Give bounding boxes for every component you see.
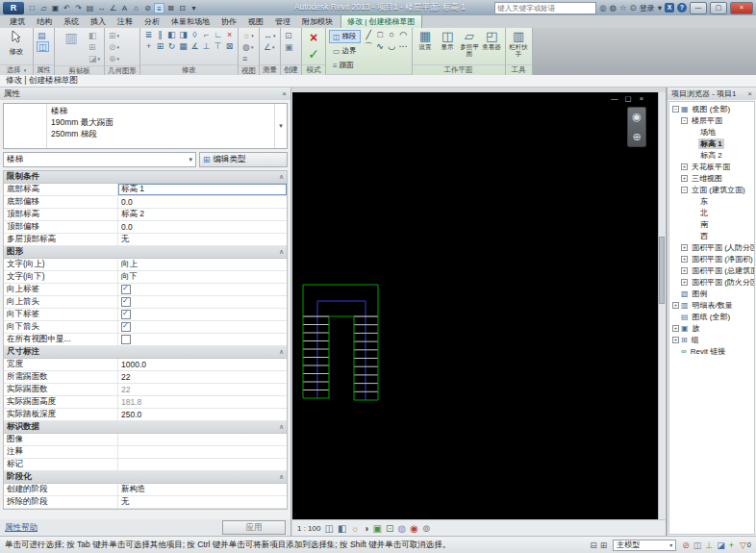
zoom-icon[interactable]: ⊕ <box>631 131 643 143</box>
tree-item[interactable]: +面积平面 (防火分区面积) <box>669 276 754 288</box>
draw-arc-icon[interactable]: ◠ <box>398 30 409 40</box>
mirror-draw-icon[interactable]: ◨ <box>178 30 189 40</box>
tree-item[interactable]: +⊞组 <box>669 334 754 345</box>
tree-item-label[interactable]: 面积平面 (总建筑面积) <box>690 265 754 276</box>
draw-center-arc-icon[interactable]: ⌒ <box>364 41 374 52</box>
tree-item[interactable]: ▤图纸 (全部) <box>669 311 754 322</box>
ribbon-tab[interactable]: 视图 <box>242 15 269 28</box>
redo-icon[interactable]: ↷ <box>73 3 84 13</box>
delete-icon[interactable]: × <box>224 30 235 40</box>
tree-item-label[interactable]: 北 <box>698 208 710 218</box>
tree-item-label[interactable]: 图纸 (全部) <box>691 312 733 322</box>
offset-icon[interactable]: ∥ <box>155 30 165 40</box>
shadows-icon[interactable]: ◑ <box>364 521 369 536</box>
tree-item[interactable]: +天花板平面 <box>669 161 754 172</box>
ribbon-tab[interactable]: 附加模块 <box>296 15 339 28</box>
checkbox-icon[interactable] <box>121 285 131 294</box>
edit-type-button[interactable]: ⊞ 编辑类型 <box>199 152 288 167</box>
reveal-hidden-elements-icon[interactable]: ◉ <box>410 521 418 536</box>
cut-icon[interactable]: ◧ <box>88 30 101 40</box>
thin-lines-icon[interactable]: ≡ <box>154 3 164 13</box>
ribbon-panel-label[interactable]: 修改 <box>140 64 238 75</box>
text-icon[interactable]: A <box>119 3 130 13</box>
copy-element-icon[interactable]: ⊞ <box>155 41 165 52</box>
design-options-icon[interactable]: ⊞ <box>600 540 608 550</box>
tree-item-label[interactable]: 三维视图 <box>690 173 724 184</box>
section-icon[interactable]: ⊘ <box>142 3 153 13</box>
ribbon-tab[interactable]: 协作 <box>215 15 242 28</box>
hide-elements-icon-dropdown[interactable]: ▾ <box>251 31 254 40</box>
boundary-mode-button[interactable]: ▭边界 <box>329 44 361 58</box>
canvas-close-button[interactable]: × <box>637 94 646 103</box>
show-crop-region-icon[interactable]: ⊡ <box>386 521 393 536</box>
switch-windows-icon[interactable]: ⊡ <box>177 3 188 13</box>
close-button[interactable]: × <box>730 2 753 14</box>
close-hidden-windows-icon[interactable]: ⊠ <box>165 3 176 13</box>
properties-help-link[interactable]: 属性帮助 <box>5 522 38 534</box>
tree-item-label[interactable]: 天花板平面 <box>690 162 732 172</box>
expand-icon[interactable]: + <box>681 244 688 251</box>
property-value[interactable]: 标高 1 <box>118 184 287 195</box>
property-value[interactable]: 0.0 <box>118 196 287 208</box>
expand-icon[interactable]: − <box>681 117 688 124</box>
save-icon[interactable]: ▣ <box>50 3 61 13</box>
property-value[interactable] <box>118 434 287 445</box>
tree-item[interactable]: −立面 (建筑立面) <box>669 184 754 195</box>
canvas-minimize-button[interactable]: — <box>610 94 619 103</box>
mirror-axis-icon[interactable]: ◧ <box>166 30 177 40</box>
rotate-icon[interactable]: ↻ <box>166 41 177 52</box>
project-browser-close-icon[interactable]: × <box>747 89 752 98</box>
checkbox-icon[interactable] <box>121 335 131 344</box>
exchange-apps-icon[interactable]: X <box>665 3 674 13</box>
reference-plane-button[interactable]: ▱参照平面 <box>460 30 480 58</box>
tree-item[interactable]: 南 <box>669 218 754 230</box>
tree-item-label[interactable]: 楼层平面 <box>690 115 724 126</box>
property-section-header[interactable]: 标识数据∧ <box>4 421 287 434</box>
tree-item-label[interactable]: 面积平面 (人防分区面积) <box>690 242 754 253</box>
riser-mode-button[interactable]: ≡踢面 <box>329 59 361 72</box>
draw-tangent-arc-icon[interactable]: ◡ <box>387 41 397 52</box>
measure-tool-icon[interactable]: ↔▾ <box>263 30 277 40</box>
ribbon-panel-label[interactable]: 工作平面 <box>413 64 505 75</box>
property-section-header[interactable]: 尺寸标注∧ <box>4 346 287 359</box>
contextual-tab[interactable]: 修改 | 创建楼梯草图 <box>340 14 422 28</box>
tree-item[interactable]: +面积平面 (总建筑面积) <box>669 264 754 276</box>
pick-lines-icon[interactable]: ⋯ <box>398 41 409 52</box>
unpin-icon[interactable]: ⊤ <box>213 41 223 52</box>
type-properties-button[interactable]: ◫ <box>37 41 49 52</box>
tree-item-label[interactable]: 组 <box>690 335 701 345</box>
checkbox-icon[interactable] <box>121 322 131 332</box>
print-icon[interactable]: ▤ <box>85 3 95 13</box>
draw-spline-icon[interactable]: ∿ <box>375 41 386 52</box>
ribbon-panel-label[interactable]: 选择▾ <box>0 64 33 75</box>
cancel-sketch-button[interactable]: × <box>305 30 322 45</box>
ribbon-tab[interactable]: 注释 <box>112 15 139 28</box>
expand-icon[interactable]: + <box>681 163 688 170</box>
tree-item-label[interactable]: 视图 (全部) <box>691 104 733 114</box>
property-value[interactable] <box>118 446 287 458</box>
property-section-header[interactable]: 阶段化∧ <box>4 471 287 484</box>
linework-icon[interactable]: ≡ <box>241 53 255 63</box>
visual-style-icon[interactable]: ◧ <box>338 521 346 536</box>
expand-icon[interactable]: + <box>672 325 679 332</box>
viewer-button[interactable]: ◰查看器 <box>482 30 502 58</box>
dimension-icon-dropdown[interactable]: ▾ <box>272 42 275 52</box>
override-graphics-icon-dropdown[interactable]: ▾ <box>251 42 254 52</box>
pin-icon[interactable]: ⊥ <box>201 41 212 52</box>
join-end-cut-icon-dropdown[interactable]: ▾ <box>117 31 120 40</box>
tree-item[interactable]: 场地 <box>669 126 754 138</box>
sign-in-button[interactable]: 登录 <box>640 3 655 13</box>
show-workplane-button[interactable]: ◫显示 <box>438 30 458 58</box>
property-value[interactable] <box>118 459 287 470</box>
ribbon-tab[interactable]: 体量和场地 <box>165 15 215 28</box>
tree-item[interactable]: ▧图例 <box>669 288 754 299</box>
tree-item-label[interactable]: 面积平面 (防火分区面积) <box>690 277 754 288</box>
override-graphics-icon[interactable]: ◍▾ <box>241 41 255 52</box>
expand-icon[interactable]: + <box>681 279 688 286</box>
property-value[interactable]: 22 <box>118 371 287 383</box>
canvas-vertical-scrollbar[interactable] <box>658 92 666 519</box>
hide-elements-icon[interactable]: ☼▾ <box>241 30 255 40</box>
design-option-combo[interactable]: 主模型 ▾ <box>613 540 676 551</box>
property-section-header[interactable]: 限制条件∧ <box>4 171 287 184</box>
tree-item-label[interactable]: Revit 链接 <box>689 346 727 357</box>
